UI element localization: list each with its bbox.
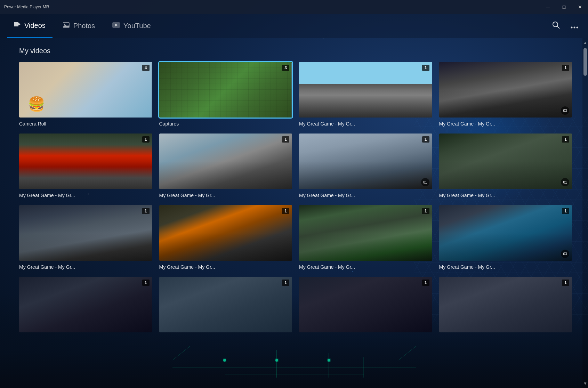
svg-point-3 bbox=[64, 24, 65, 25]
nav-actions bbox=[549, 18, 581, 34]
svg-marker-1 bbox=[18, 23, 21, 25]
video-card-game10[interactable]: 103My Great Game - My Gr... bbox=[439, 205, 572, 270]
video-title: My Great Game - My Gr... bbox=[439, 193, 572, 198]
maximize-button[interactable]: □ bbox=[556, 0, 572, 14]
tab-videos-label: Videos bbox=[24, 22, 46, 30]
app-window: Videos Photos bbox=[0, 14, 588, 388]
video-thumbnail bbox=[439, 205, 572, 261]
video-card-game7[interactable]: 1My Great Game - My Gr... bbox=[19, 205, 152, 270]
video-thumbnail-wrapper[interactable]: 1 bbox=[299, 205, 432, 261]
video-thumbnail-wrapper[interactable]: 3 bbox=[159, 62, 292, 118]
video-count-badge: 4 bbox=[142, 65, 150, 71]
video-title: My Great Game - My Gr... bbox=[439, 121, 572, 127]
video-title: Captures bbox=[159, 121, 292, 127]
video-count-badge: 1 bbox=[282, 280, 289, 286]
video-card-partial2[interactable]: 1 bbox=[159, 277, 292, 332]
video-count-badge: 1 bbox=[282, 208, 289, 214]
video-thumbnail-wrapper[interactable]: 4 bbox=[19, 62, 152, 118]
video-thumbnail-wrapper[interactable]: 103 bbox=[439, 205, 572, 261]
tab-videos[interactable]: Videos bbox=[7, 14, 53, 38]
videos-icon bbox=[14, 22, 21, 29]
stack-indicator-1 bbox=[291, 63, 292, 118]
video-card-partial4[interactable]: 1 bbox=[439, 277, 572, 332]
video-thumbnail-wrapper[interactable]: 1 bbox=[439, 277, 572, 332]
video-thumbnail bbox=[439, 62, 572, 118]
youtube-icon bbox=[112, 22, 120, 30]
duration-badge: 03 bbox=[561, 250, 569, 258]
video-card-partial3[interactable]: 1 bbox=[299, 277, 432, 332]
video-count-badge: 1 bbox=[142, 280, 150, 286]
video-card-game2[interactable]: 103My Great Game - My Gr... bbox=[439, 62, 572, 127]
tab-youtube[interactable]: YouTube bbox=[105, 14, 158, 38]
main-content: My videos 4Camera Roll3Captures1My Great… bbox=[0, 38, 588, 388]
video-thumbnail-wrapper[interactable]: 101 bbox=[439, 134, 572, 189]
video-thumbnail-wrapper[interactable]: 101 bbox=[299, 134, 432, 189]
scroll-down-arrow[interactable]: ▼ bbox=[582, 380, 588, 387]
section-title: My videos bbox=[19, 47, 572, 55]
video-title: My Great Game - My Gr... bbox=[159, 193, 292, 198]
svg-point-9 bbox=[571, 26, 573, 28]
video-thumbnail-wrapper[interactable]: 1 bbox=[159, 205, 292, 261]
video-count-badge: 1 bbox=[562, 208, 569, 214]
tab-photos[interactable]: Photos bbox=[56, 14, 102, 38]
search-button[interactable] bbox=[549, 18, 563, 34]
video-card-game9[interactable]: 1My Great Game - My Gr... bbox=[299, 205, 432, 270]
video-card-camera-roll[interactable]: 4Camera Roll bbox=[19, 62, 152, 127]
scrollbar[interactable]: ▲ ▼ bbox=[582, 38, 588, 388]
close-button[interactable]: ✕ bbox=[572, 0, 588, 14]
tab-photos-label: Photos bbox=[73, 22, 95, 30]
video-thumbnail bbox=[299, 277, 432, 332]
nav-tabs: Videos Photos bbox=[7, 14, 158, 38]
video-thumbnail bbox=[159, 205, 292, 261]
video-thumbnail bbox=[439, 277, 572, 332]
video-thumbnail-wrapper[interactable]: 1 bbox=[159, 134, 292, 189]
svg-line-8 bbox=[557, 26, 559, 29]
video-thumbnail-wrapper[interactable]: 1 bbox=[19, 205, 152, 261]
video-thumbnail-wrapper[interactable]: 1 bbox=[299, 62, 432, 118]
video-card-captures[interactable]: 3Captures bbox=[159, 62, 292, 127]
video-title: My Great Game - My Gr... bbox=[299, 193, 432, 198]
video-count-badge: 1 bbox=[282, 136, 289, 143]
video-card-game8[interactable]: 1My Great Game - My Gr... bbox=[159, 205, 292, 270]
video-thumbnail bbox=[299, 62, 432, 118]
video-thumbnail bbox=[19, 205, 152, 261]
video-title: My Great Game - My Gr... bbox=[439, 264, 572, 270]
tab-youtube-label: YouTube bbox=[123, 22, 151, 30]
video-card-game6[interactable]: 101My Great Game - My Gr... bbox=[439, 134, 572, 198]
svg-point-11 bbox=[577, 26, 578, 28]
video-thumbnail bbox=[19, 62, 152, 118]
video-count-badge: 3 bbox=[282, 65, 289, 71]
video-grid: 4Camera Roll3Captures1My Great Game - My… bbox=[19, 62, 572, 332]
video-thumbnail-wrapper[interactable]: 1 bbox=[19, 134, 152, 189]
video-title: My Great Game - My Gr... bbox=[299, 121, 432, 127]
video-count-badge: 1 bbox=[562, 280, 569, 286]
scrollbar-thumb[interactable] bbox=[583, 48, 587, 76]
video-thumbnail bbox=[159, 62, 292, 118]
scroll-up-arrow[interactable]: ▲ bbox=[582, 39, 588, 47]
svg-point-7 bbox=[553, 22, 558, 27]
video-card-game1[interactable]: 1My Great Game - My Gr... bbox=[299, 62, 432, 127]
video-thumbnail-wrapper[interactable]: 1 bbox=[299, 277, 432, 332]
video-count-badge: 1 bbox=[422, 208, 429, 214]
more-button[interactable] bbox=[568, 19, 581, 33]
video-count-badge: 1 bbox=[422, 280, 429, 286]
video-thumbnail-wrapper[interactable]: 1 bbox=[19, 277, 152, 332]
titlebar: Power Media Player MR ─ □ ✕ bbox=[0, 0, 588, 14]
video-card-game3[interactable]: 1My Great Game - My Gr... bbox=[19, 134, 152, 198]
video-thumbnail bbox=[299, 134, 432, 189]
video-thumbnail bbox=[439, 134, 572, 189]
video-card-game5[interactable]: 101My Great Game - My Gr... bbox=[299, 134, 432, 198]
video-title: My Great Game - My Gr... bbox=[159, 264, 292, 270]
minimize-button[interactable]: ─ bbox=[540, 0, 556, 14]
video-thumbnail-wrapper[interactable]: 1 bbox=[159, 277, 292, 332]
video-card-game4[interactable]: 1My Great Game - My Gr... bbox=[159, 134, 292, 198]
video-thumbnail-wrapper[interactable]: 103 bbox=[439, 62, 572, 118]
video-card-partial1[interactable]: 1 bbox=[19, 277, 152, 332]
duration-badge: 03 bbox=[561, 106, 569, 115]
video-title: Camera Roll bbox=[19, 121, 152, 127]
svg-point-10 bbox=[574, 26, 575, 28]
navbar: Videos Photos bbox=[0, 14, 588, 38]
app-title: Power Media Player MR bbox=[4, 5, 49, 9]
photos-icon bbox=[63, 22, 70, 30]
content-scroll[interactable]: My videos 4Camera Roll3Captures1My Great… bbox=[0, 38, 582, 388]
